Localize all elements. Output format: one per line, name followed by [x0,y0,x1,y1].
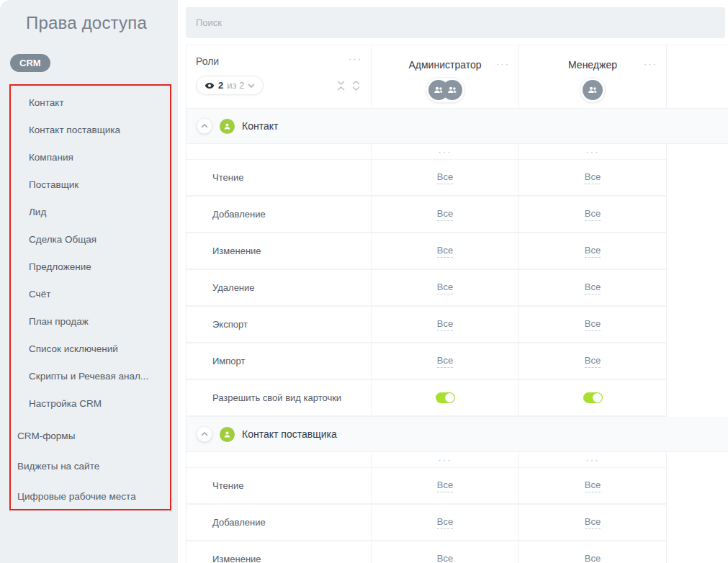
admin-permission-value[interactable]: Все [437,208,453,221]
sidebar-item-exclusion-list[interactable]: Список исключений [11,335,170,363]
sidebar-item-sales-plan[interactable]: План продаж [11,308,170,335]
group-avatar-icon [583,80,603,100]
spacer-cell [187,144,372,160]
sidebar-menu: Контакт Контакт поставщика Компания Пост… [11,86,170,418]
column-menu-icon[interactable]: ··· [439,456,452,464]
permission-row-add: Добавление Все Все [187,197,728,233]
sidebar-item-lead[interactable]: Лид [11,199,170,226]
manager-permission-value[interactable]: Все [585,479,601,492]
manager-permission-value[interactable]: Все [585,282,601,294]
manager-permission-value[interactable]: Все [585,355,601,368]
empty-cell [667,197,728,233]
sidebar-item-digital-workplaces[interactable]: Цифровые рабочие места [11,482,170,512]
sidebar-item-deal-general[interactable]: Сделка Общая [11,226,170,253]
manager-actions-cell: ··· [519,144,667,160]
permission-label: Разрешить свой вид карточки [187,380,372,417]
empty-cell [667,160,728,197]
admin-permission-value[interactable]: Все [437,553,453,563]
column-manager: Менеджер ··· [519,45,667,109]
column-actions-row: ··· ··· [187,144,728,160]
empty-cell [667,541,728,563]
sidebar-item-supplier[interactable]: Поставщик [11,171,170,199]
manager-permission-value[interactable]: Все [585,318,601,331]
supplier-contact-entity-icon [220,427,235,442]
collapse-section-icon[interactable] [197,426,212,442]
sidebar-item-crm-forms[interactable]: CRM-формы [11,421,170,451]
manager-avatar[interactable] [580,77,606,103]
empty-cell [667,233,728,270]
admin-permission-value[interactable]: Все [437,355,453,368]
sidebar-item-supplier-contact[interactable]: Контакт поставщика [11,117,170,144]
manager-toggle-on[interactable] [583,392,603,403]
admin-actions-cell: ··· [372,452,519,468]
admin-permission-value[interactable]: Все [437,479,453,492]
admin-permission-value[interactable]: Все [437,282,453,294]
permission-label: Удаление [187,270,372,307]
collapse-all-icon[interactable] [336,80,346,91]
search-input[interactable] [186,17,725,28]
permission-label: Добавление [187,505,372,541]
contact-entity-icon [220,119,235,134]
manager-permission-value[interactable]: Все [585,208,601,221]
access-rights-page: Права доступа CRM Контакт Контакт постав… [0,0,728,563]
permission-label: Изменение [187,233,372,270]
roles-total-count: из 2 [227,80,244,91]
manager-permission-value[interactable]: Все [585,171,601,184]
sidebar-item-contact[interactable]: Контакт [11,89,170,117]
admin-permission-value[interactable]: Все [437,318,453,331]
roles-label: Роли [196,55,219,67]
page-title: Права доступа [26,13,147,33]
permission-row-edit: Изменение Все Все [187,233,728,270]
empty-cell [667,452,728,468]
sidebar-item-quote[interactable]: Предложение [11,253,170,281]
admin-permission-value[interactable]: Все [437,245,453,258]
manager-permission-value[interactable]: Все [585,516,601,529]
permission-label: Изменение [187,541,372,563]
column-actions-row: ··· ··· [187,452,728,468]
column-manager-menu-icon[interactable]: ··· [644,60,657,68]
sidebar-menu-root: CRM-формы Виджеты на сайте Цифровые рабо… [11,418,170,512]
spacer-cell [187,452,372,468]
admin-permission-value[interactable]: Все [437,516,453,529]
group-avatar-icon [442,80,462,100]
admin-permission-value[interactable]: Все [437,171,453,184]
permission-label: Добавление [187,197,372,233]
column-administrator-menu-icon[interactable]: ··· [496,60,510,68]
collapse-section-icon[interactable] [197,118,212,134]
roles-menu-icon[interactable]: ··· [349,55,362,63]
search-bar [186,7,725,38]
administrator-avatars[interactable] [426,77,465,103]
permission-row-delete: Удаление Все Все [187,270,728,307]
admin-actions-cell: ··· [372,144,519,160]
permission-row-read: Чтение Все Все [187,468,728,505]
column-administrator: Администратор ··· [372,45,519,109]
sidebar-item-invoice[interactable]: Счёт [11,281,170,308]
empty-header-cell [667,45,728,109]
roles-filter-chip[interactable]: 2 из 2 [196,76,264,95]
expand-all-icon[interactable] [351,80,361,91]
empty-cell [667,307,728,343]
column-menu-icon[interactable]: ··· [586,456,600,464]
empty-cell [667,270,728,307]
sidebar-item-scripts-speech[interactable]: Скрипты и Речевая анал... [11,363,170,390]
admin-toggle-on[interactable] [436,392,455,403]
permission-label: Экспорт [187,307,372,343]
permissions-table: Роли ··· 2 из 2 [186,45,728,563]
section-header-contact: Контакт [187,109,728,144]
manager-permission-value[interactable]: Все [585,553,601,563]
sidebar-item-crm-settings[interactable]: Настройка CRM [11,390,170,418]
column-menu-icon[interactable]: ··· [439,148,452,156]
permission-row-custom-card-view: Разрешить свой вид карточки [187,380,728,417]
sidebar-item-site-widgets[interactable]: Виджеты на сайте [11,451,170,482]
empty-cell [667,505,728,541]
manager-permission-value[interactable]: Все [585,245,601,258]
permission-label: Чтение [187,160,372,197]
sidebar: Права доступа CRM Контакт Контакт постав… [0,0,178,563]
column-menu-icon[interactable]: ··· [586,148,600,156]
permission-row-read: Чтение Все Все [187,160,728,197]
roles-shown-count: 2 [218,80,223,91]
sidebar-item-company[interactable]: Компания [11,144,170,171]
crm-badge: CRM [10,54,50,72]
section-header-supplier-contact: Контакт поставщика [187,417,728,452]
permission-label: Импорт [187,343,372,380]
